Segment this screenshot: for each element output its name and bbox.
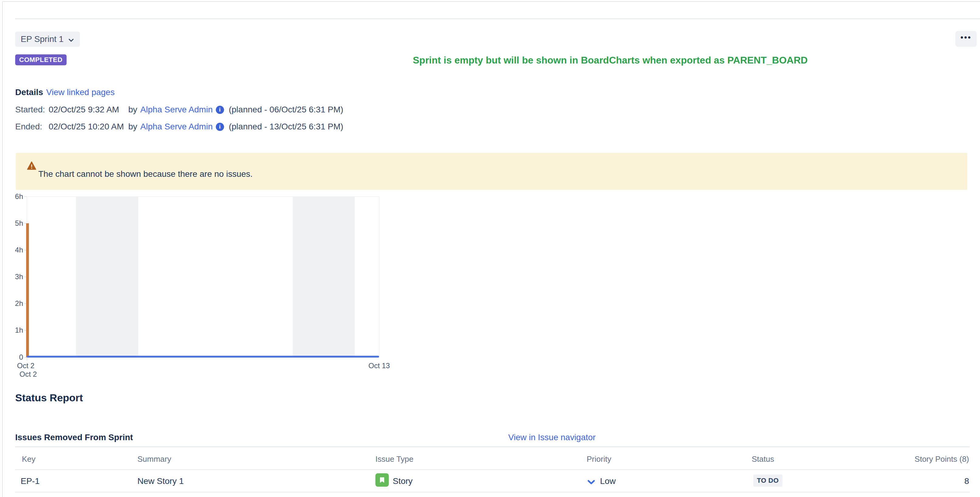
started-planned-text: (planned - 06/Oct/25 6:31 PM) [229, 105, 344, 114]
status-badge-todo: TO DO [753, 475, 783, 487]
column-header-priority: Priority [587, 454, 611, 464]
priority-label: Low [600, 476, 616, 486]
y-tick-label: 5h [4, 220, 23, 227]
chevron-down-icon [68, 36, 75, 43]
sprint-empty-message: Sprint is empty but will be shown in Boa… [413, 55, 808, 66]
more-options-button[interactable]: ••• [955, 31, 977, 47]
ended-date: 02/Oct/25 10:20 AM [49, 122, 128, 132]
issue-summary: New Story 1 [137, 476, 184, 486]
started-user-link[interactable]: Alpha Serve Admin [140, 105, 213, 114]
started-label: Started: [15, 105, 49, 114]
top-divider [3, 1, 980, 2]
started-by-text: by [128, 105, 137, 114]
info-icon[interactable]: i [216, 123, 224, 131]
y-tick-label: 1h [4, 327, 23, 334]
story-points-value: 8 [964, 476, 969, 486]
view-in-issue-navigator-link[interactable]: View in Issue navigator [508, 433, 595, 442]
warning-banner: The chart cannot be shown because there … [16, 153, 967, 190]
x-tick-label: Oct 2 [17, 362, 34, 370]
story-type-icon [375, 473, 389, 487]
ended-label: Ended: [15, 122, 49, 132]
sprint-selector-label: EP Sprint 1 [21, 34, 64, 44]
column-header-status: Status [752, 454, 774, 464]
x-tick-mark [27, 357, 27, 360]
left-panel-border [2, 1, 3, 497]
priority-low-icon [587, 478, 596, 487]
info-icon[interactable]: i [216, 106, 224, 114]
y-tick-label: 6h [4, 193, 23, 200]
warning-icon [27, 161, 37, 170]
table-bottom-border [15, 492, 970, 492]
ended-user-link[interactable]: Alpha Serve Admin [140, 122, 213, 132]
started-row: Started: 02/Oct/25 9:32 AM by Alpha Serv… [15, 105, 343, 115]
view-linked-pages-link[interactable]: View linked pages [46, 87, 115, 97]
x-tick-label: Oct 2 [19, 370, 37, 378]
weekend-band [293, 197, 355, 357]
ended-planned-text: (planned - 13/Oct/25 6:31 PM) [229, 122, 344, 132]
header-divider [15, 19, 980, 19]
ellipsis-icon: ••• [961, 33, 972, 41]
warning-text: The chart cannot be shown because there … [38, 169, 253, 179]
y-tick-label: 2h [4, 300, 23, 307]
table-header-separator [15, 469, 970, 470]
column-header-summary: Summary [137, 454, 171, 464]
chart-top-border [27, 197, 379, 197]
status-report-title: Status Report [15, 392, 83, 404]
column-header-key: Key [22, 454, 35, 464]
issues-removed-title: Issues Removed From Sprint [15, 433, 133, 442]
sprint-status-badge: COMPLETED [15, 54, 67, 65]
sprint-selector-dropdown[interactable]: EP Sprint 1 [15, 32, 80, 47]
y-tick-mark [24, 197, 27, 197]
column-header-story-points: Story Points (8) [915, 454, 969, 464]
sprint-report-page: EP Sprint 1 ••• COMPLETED Sprint is empt… [0, 0, 980, 497]
weekend-band [76, 197, 138, 357]
y-tick-label: 3h [4, 273, 23, 280]
y-tick-label: 0 [4, 354, 23, 361]
y-tick-label: 4h [4, 246, 23, 254]
remaining-work-bar [26, 223, 29, 357]
ended-row: Ended: 02/Oct/25 10:20 AM by Alpha Serve… [15, 122, 343, 132]
issue-key-link[interactable]: EP-1 [21, 476, 40, 486]
guideline-zero-line [27, 356, 379, 357]
table-top-border [15, 446, 970, 447]
ended-by-text: by [128, 122, 137, 132]
issue-type-label: Story [393, 476, 412, 486]
chart-right-border [379, 197, 379, 357]
x-tick-label: Oct 13 [368, 362, 390, 370]
details-title: Details [15, 87, 43, 97]
started-date: 02/Oct/25 9:32 AM [49, 105, 128, 114]
column-header-issue-type: Issue Type [375, 454, 414, 464]
